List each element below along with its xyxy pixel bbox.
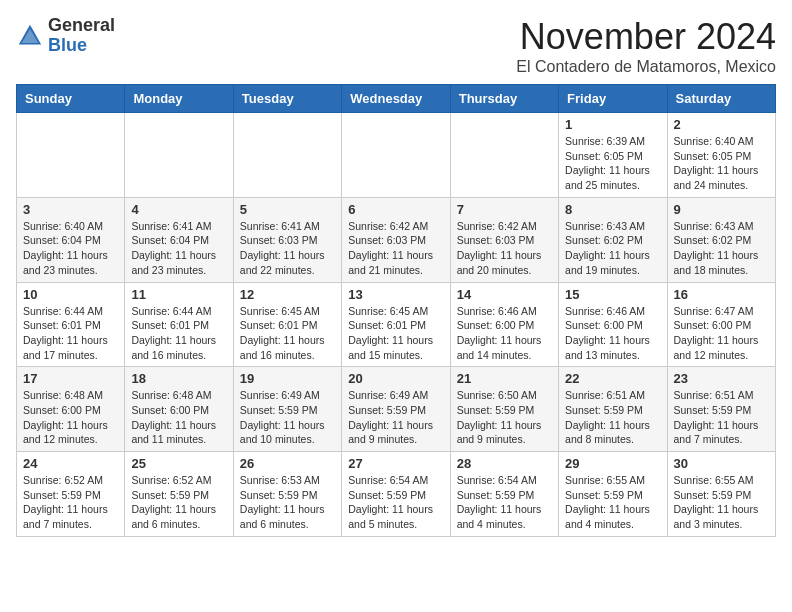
calendar-cell: 23Sunrise: 6:51 AM Sunset: 5:59 PM Dayli… (667, 367, 775, 452)
day-info: Sunrise: 6:55 AM Sunset: 5:59 PM Dayligh… (565, 473, 660, 532)
day-number: 30 (674, 456, 769, 471)
day-info: Sunrise: 6:46 AM Sunset: 6:00 PM Dayligh… (457, 304, 552, 363)
logo-icon (16, 22, 44, 50)
calendar-cell: 21Sunrise: 6:50 AM Sunset: 5:59 PM Dayli… (450, 367, 558, 452)
calendar-week-2: 3Sunrise: 6:40 AM Sunset: 6:04 PM Daylig… (17, 197, 776, 282)
column-header-wednesday: Wednesday (342, 85, 450, 113)
calendar-cell: 20Sunrise: 6:49 AM Sunset: 5:59 PM Dayli… (342, 367, 450, 452)
column-header-sunday: Sunday (17, 85, 125, 113)
calendar-cell: 28Sunrise: 6:54 AM Sunset: 5:59 PM Dayli… (450, 452, 558, 537)
calendar-cell: 22Sunrise: 6:51 AM Sunset: 5:59 PM Dayli… (559, 367, 667, 452)
day-number: 13 (348, 287, 443, 302)
day-info: Sunrise: 6:40 AM Sunset: 6:04 PM Dayligh… (23, 219, 118, 278)
day-number: 12 (240, 287, 335, 302)
column-header-thursday: Thursday (450, 85, 558, 113)
day-number: 16 (674, 287, 769, 302)
calendar-cell: 1Sunrise: 6:39 AM Sunset: 6:05 PM Daylig… (559, 113, 667, 198)
day-number: 17 (23, 371, 118, 386)
day-info: Sunrise: 6:41 AM Sunset: 6:03 PM Dayligh… (240, 219, 335, 278)
day-number: 25 (131, 456, 226, 471)
month-title: November 2024 (516, 16, 776, 58)
day-info: Sunrise: 6:45 AM Sunset: 6:01 PM Dayligh… (348, 304, 443, 363)
day-number: 4 (131, 202, 226, 217)
day-info: Sunrise: 6:43 AM Sunset: 6:02 PM Dayligh… (565, 219, 660, 278)
day-number: 1 (565, 117, 660, 132)
calendar-cell: 7Sunrise: 6:42 AM Sunset: 6:03 PM Daylig… (450, 197, 558, 282)
day-number: 26 (240, 456, 335, 471)
day-info: Sunrise: 6:43 AM Sunset: 6:02 PM Dayligh… (674, 219, 769, 278)
calendar-cell (450, 113, 558, 198)
calendar-cell: 18Sunrise: 6:48 AM Sunset: 6:00 PM Dayli… (125, 367, 233, 452)
column-header-tuesday: Tuesday (233, 85, 341, 113)
calendar-cell: 11Sunrise: 6:44 AM Sunset: 6:01 PM Dayli… (125, 282, 233, 367)
day-number: 11 (131, 287, 226, 302)
calendar-header-row: SundayMondayTuesdayWednesdayThursdayFrid… (17, 85, 776, 113)
calendar-week-1: 1Sunrise: 6:39 AM Sunset: 6:05 PM Daylig… (17, 113, 776, 198)
day-number: 10 (23, 287, 118, 302)
day-number: 14 (457, 287, 552, 302)
calendar-cell: 26Sunrise: 6:53 AM Sunset: 5:59 PM Dayli… (233, 452, 341, 537)
day-number: 18 (131, 371, 226, 386)
calendar-cell: 17Sunrise: 6:48 AM Sunset: 6:00 PM Dayli… (17, 367, 125, 452)
calendar-cell (17, 113, 125, 198)
calendar-cell (125, 113, 233, 198)
day-info: Sunrise: 6:47 AM Sunset: 6:00 PM Dayligh… (674, 304, 769, 363)
logo: General Blue (16, 16, 115, 56)
calendar-cell: 30Sunrise: 6:55 AM Sunset: 5:59 PM Dayli… (667, 452, 775, 537)
day-number: 20 (348, 371, 443, 386)
day-number: 3 (23, 202, 118, 217)
day-number: 7 (457, 202, 552, 217)
day-number: 2 (674, 117, 769, 132)
day-number: 15 (565, 287, 660, 302)
day-info: Sunrise: 6:55 AM Sunset: 5:59 PM Dayligh… (674, 473, 769, 532)
day-info: Sunrise: 6:49 AM Sunset: 5:59 PM Dayligh… (348, 388, 443, 447)
day-number: 9 (674, 202, 769, 217)
day-number: 24 (23, 456, 118, 471)
day-number: 5 (240, 202, 335, 217)
title-block: November 2024 El Contadero de Matamoros,… (516, 16, 776, 76)
day-number: 21 (457, 371, 552, 386)
day-info: Sunrise: 6:54 AM Sunset: 5:59 PM Dayligh… (457, 473, 552, 532)
calendar-cell: 24Sunrise: 6:52 AM Sunset: 5:59 PM Dayli… (17, 452, 125, 537)
day-number: 27 (348, 456, 443, 471)
calendar-cell: 25Sunrise: 6:52 AM Sunset: 5:59 PM Dayli… (125, 452, 233, 537)
day-info: Sunrise: 6:50 AM Sunset: 5:59 PM Dayligh… (457, 388, 552, 447)
calendar-cell (233, 113, 341, 198)
calendar-cell: 9Sunrise: 6:43 AM Sunset: 6:02 PM Daylig… (667, 197, 775, 282)
calendar-cell: 19Sunrise: 6:49 AM Sunset: 5:59 PM Dayli… (233, 367, 341, 452)
calendar-cell: 14Sunrise: 6:46 AM Sunset: 6:00 PM Dayli… (450, 282, 558, 367)
day-info: Sunrise: 6:49 AM Sunset: 5:59 PM Dayligh… (240, 388, 335, 447)
column-header-monday: Monday (125, 85, 233, 113)
day-number: 6 (348, 202, 443, 217)
day-info: Sunrise: 6:42 AM Sunset: 6:03 PM Dayligh… (457, 219, 552, 278)
day-info: Sunrise: 6:53 AM Sunset: 5:59 PM Dayligh… (240, 473, 335, 532)
logo-text: General Blue (48, 16, 115, 56)
day-number: 28 (457, 456, 552, 471)
day-info: Sunrise: 6:45 AM Sunset: 6:01 PM Dayligh… (240, 304, 335, 363)
day-number: 22 (565, 371, 660, 386)
calendar-cell: 12Sunrise: 6:45 AM Sunset: 6:01 PM Dayli… (233, 282, 341, 367)
location: El Contadero de Matamoros, Mexico (516, 58, 776, 76)
calendar-cell: 2Sunrise: 6:40 AM Sunset: 6:05 PM Daylig… (667, 113, 775, 198)
calendar-table: SundayMondayTuesdayWednesdayThursdayFrid… (16, 84, 776, 537)
day-number: 23 (674, 371, 769, 386)
calendar-cell: 8Sunrise: 6:43 AM Sunset: 6:02 PM Daylig… (559, 197, 667, 282)
calendar-cell: 5Sunrise: 6:41 AM Sunset: 6:03 PM Daylig… (233, 197, 341, 282)
calendar-cell: 4Sunrise: 6:41 AM Sunset: 6:04 PM Daylig… (125, 197, 233, 282)
day-info: Sunrise: 6:52 AM Sunset: 5:59 PM Dayligh… (23, 473, 118, 532)
calendar-cell (342, 113, 450, 198)
day-info: Sunrise: 6:54 AM Sunset: 5:59 PM Dayligh… (348, 473, 443, 532)
calendar-week-5: 24Sunrise: 6:52 AM Sunset: 5:59 PM Dayli… (17, 452, 776, 537)
day-info: Sunrise: 6:41 AM Sunset: 6:04 PM Dayligh… (131, 219, 226, 278)
day-info: Sunrise: 6:39 AM Sunset: 6:05 PM Dayligh… (565, 134, 660, 193)
day-info: Sunrise: 6:40 AM Sunset: 6:05 PM Dayligh… (674, 134, 769, 193)
day-info: Sunrise: 6:42 AM Sunset: 6:03 PM Dayligh… (348, 219, 443, 278)
calendar-cell: 16Sunrise: 6:47 AM Sunset: 6:00 PM Dayli… (667, 282, 775, 367)
day-info: Sunrise: 6:44 AM Sunset: 6:01 PM Dayligh… (23, 304, 118, 363)
calendar-cell: 29Sunrise: 6:55 AM Sunset: 5:59 PM Dayli… (559, 452, 667, 537)
day-info: Sunrise: 6:44 AM Sunset: 6:01 PM Dayligh… (131, 304, 226, 363)
day-number: 29 (565, 456, 660, 471)
calendar-cell: 10Sunrise: 6:44 AM Sunset: 6:01 PM Dayli… (17, 282, 125, 367)
page-header: General Blue November 2024 El Contadero … (16, 16, 776, 76)
day-info: Sunrise: 6:48 AM Sunset: 6:00 PM Dayligh… (23, 388, 118, 447)
